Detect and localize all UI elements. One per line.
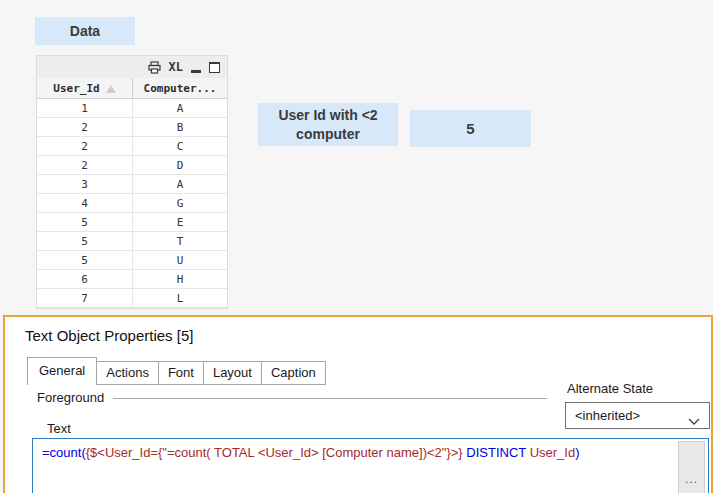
sort-asc-icon[interactable] [106, 85, 116, 93]
table-cell[interactable]: 2 [37, 137, 133, 155]
table-header-row: User_Id Computer... [37, 78, 227, 99]
table-cell[interactable]: 5 [37, 232, 133, 250]
table-cell[interactable]: 3 [37, 175, 133, 193]
table-row: 2D [37, 156, 227, 175]
table-cell[interactable]: A [133, 99, 227, 117]
table-cell[interactable]: 5 [37, 213, 133, 231]
table-row: 7L [37, 289, 227, 308]
alternate-state-value: <inherited> [575, 408, 640, 423]
expression-text: =count({$<User_Id={"=count( TOTAL <User_… [42, 445, 670, 460]
qlikview-sheet: Data XL User_Id Computer... 1A2B2C2D3A4G… [0, 0, 713, 493]
column-header-user-id[interactable]: User_Id [37, 78, 133, 98]
group-divider-line [113, 398, 547, 399]
table-cell[interactable]: U [133, 251, 227, 269]
minimize-icon[interactable] [191, 70, 201, 73]
table-cell[interactable]: B [133, 118, 227, 136]
dialog-tab-bar: GeneralActionsFontLayoutCaption [27, 357, 326, 385]
expression-segment: =count( [42, 445, 86, 460]
tab-caption[interactable]: Caption [261, 361, 326, 385]
expression-editor-button[interactable]: ... [678, 441, 705, 493]
table-cell[interactable]: A [133, 175, 227, 193]
table-row: 6H [37, 270, 227, 289]
table-row: 1A [37, 99, 227, 118]
expression-segment: {$<User_Id={"=count( TOTAL <User_Id> [Co… [86, 445, 463, 460]
table-row: 4G [37, 194, 227, 213]
expression-input[interactable]: =count({$<User_Id={"=count( TOTAL <User_… [32, 438, 709, 493]
table-cell[interactable]: T [133, 232, 227, 250]
table-row: 3A [37, 175, 227, 194]
table-cell[interactable]: H [133, 270, 227, 288]
ellipsis-label: ... [679, 472, 704, 486]
table-cell[interactable]: 2 [37, 118, 133, 136]
table-caption-bar: XL [37, 56, 227, 78]
tab-general[interactable]: General [27, 357, 97, 385]
dialog-title: Text Object Properties [5] [25, 327, 193, 344]
expression-segment: User_Id [530, 445, 576, 460]
text-object-value[interactable]: 5 [410, 110, 531, 147]
text-object-label[interactable]: User Id with <2 computer [258, 103, 398, 146]
print-icon[interactable] [148, 61, 161, 74]
expression-segment: ) [575, 445, 579, 460]
table-cell[interactable]: 7 [37, 289, 133, 307]
column-header-label: User_Id [53, 82, 99, 95]
table-row: 2C [37, 137, 227, 156]
table-cell[interactable]: 4 [37, 194, 133, 212]
table-row: 5T [37, 232, 227, 251]
table-cell[interactable]: 1 [37, 99, 133, 117]
tab-layout[interactable]: Layout [203, 361, 262, 385]
table-row: 5U [37, 251, 227, 270]
column-header-computer[interactable]: Computer... [133, 82, 227, 95]
alternate-state-label: Alternate State [567, 381, 653, 396]
foreground-group-label: Foreground [37, 390, 104, 405]
chevron-down-icon [688, 413, 700, 428]
table-cell[interactable]: 6 [37, 270, 133, 288]
export-excel-icon[interactable]: XL [169, 60, 183, 74]
tab-actions[interactable]: Actions [96, 361, 159, 385]
expression-segment: DISTINCT [463, 445, 530, 460]
maximize-icon[interactable] [209, 62, 220, 73]
table-cell[interactable]: 2 [37, 156, 133, 174]
table-cell[interactable]: 5 [37, 251, 133, 269]
table-row: 2B [37, 118, 227, 137]
table-object: XL User_Id Computer... 1A2B2C2D3A4G5E5T5… [36, 55, 228, 309]
alternate-state-dropdown[interactable]: <inherited> [565, 402, 710, 429]
tab-font[interactable]: Font [158, 361, 204, 385]
table-cell[interactable]: D [133, 156, 227, 174]
table-row: 5E [37, 213, 227, 232]
table-cell[interactable]: E [133, 213, 227, 231]
sheet-tab-data[interactable]: Data [35, 17, 135, 45]
table-body: 1A2B2C2D3A4G5E5T5U6H7L [37, 99, 227, 308]
table-cell[interactable]: C [133, 137, 227, 155]
text-object-properties-dialog: Text Object Properties [5] GeneralAction… [3, 315, 713, 493]
table-cell[interactable]: L [133, 289, 227, 307]
table-cell[interactable]: G [133, 194, 227, 212]
text-field-label: Text [47, 421, 71, 436]
